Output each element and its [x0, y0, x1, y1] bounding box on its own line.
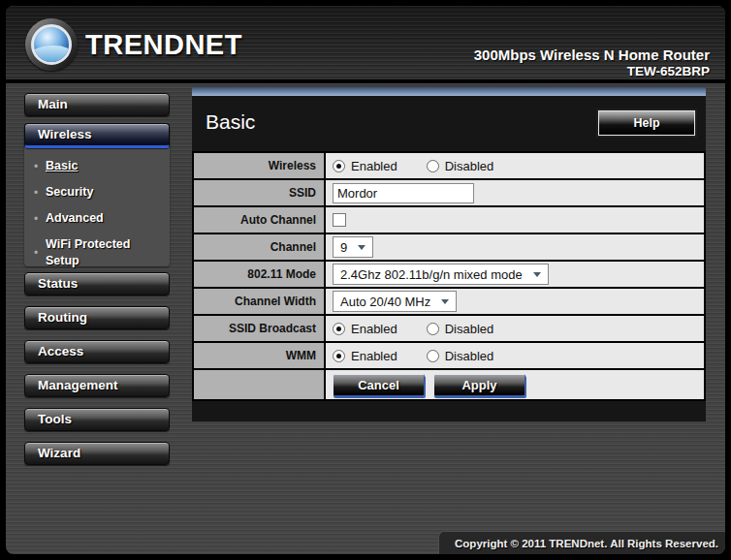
form-row-buttons: Cancel Apply	[194, 370, 704, 399]
apply-button[interactable]: Apply	[433, 374, 525, 396]
bullet-icon: •	[34, 160, 46, 173]
mode-select-value: 2.4Ghz 802.11b/g/n mixed mode	[340, 267, 523, 282]
form-row-ssid: SSID	[194, 180, 704, 205]
sidebar-item-access[interactable]: Access	[24, 340, 170, 363]
submenu-item-wifi-protected-setup[interactable]: • WiFi Protected Setup	[24, 232, 170, 274]
cancel-button[interactable]: Cancel	[333, 374, 425, 396]
sidebar-item-main[interactable]: Main	[24, 93, 170, 116]
field-label: Wireless	[194, 153, 324, 178]
help-button[interactable]: Help	[598, 110, 695, 136]
ssid-input[interactable]	[333, 183, 474, 203]
field-value: Enabled Disabled	[326, 343, 704, 368]
sidebar-item-wizard[interactable]: Wizard	[24, 442, 170, 465]
field-value: Enabled Disabled	[326, 153, 704, 178]
bullet-icon: •	[34, 246, 46, 260]
brand-name: TRENDNET	[85, 29, 242, 61]
header: TRENDNET 300Mbps Wireless N Home Router …	[6, 6, 725, 83]
form-row-ssid-broadcast: SSID Broadcast Enabled Disabled	[194, 316, 704, 341]
field-label: SSID Broadcast	[194, 316, 324, 341]
sidebar-item-tools[interactable]: Tools	[24, 408, 170, 431]
content-panel: Basic Help Wireless Enabled Disabled SSI…	[192, 87, 706, 421]
auto-channel-checkbox[interactable]	[333, 213, 346, 227]
ssid-broadcast-enabled-radio[interactable]	[333, 323, 345, 335]
field-label: 802.11 Mode	[194, 262, 324, 287]
field-value	[326, 207, 704, 233]
field-label: Channel	[194, 234, 324, 260]
field-value	[326, 180, 704, 205]
wmm-disabled-radio[interactable]	[427, 350, 439, 362]
form-row-80211-mode: 802.11 Mode 2.4Ghz 802.11b/g/n mixed mod…	[194, 262, 704, 287]
page-title: Basic	[206, 110, 255, 134]
chevron-down-icon	[441, 299, 449, 304]
radio-option-label: Disabled	[445, 349, 494, 363]
sidebar-item-status[interactable]: Status	[24, 272, 170, 296]
accent-strip	[192, 87, 706, 96]
buttons-row-spacer	[194, 370, 324, 399]
form-row-wmm: WMM Enabled Disabled	[194, 343, 704, 368]
channel-width-select-value: Auto 20/40 MHz	[340, 295, 430, 309]
ssid-broadcast-disabled-radio[interactable]	[427, 323, 439, 335]
field-value: Enabled Disabled	[326, 316, 704, 341]
bullet-icon: •	[34, 186, 46, 200]
field-label: Channel Width	[194, 289, 324, 314]
wireless-enabled-radio[interactable]	[333, 160, 345, 172]
chevron-down-icon	[533, 272, 541, 277]
form-row-wireless: Wireless Enabled Disabled	[194, 153, 704, 178]
wireless-basic-form: Wireless Enabled Disabled SSID Auto	[192, 151, 706, 401]
field-label: SSID	[194, 180, 324, 205]
field-value: 9	[326, 234, 704, 260]
submenu-item-basic[interactable]: • Basic	[24, 153, 170, 179]
globe-sphere-icon	[31, 24, 72, 65]
radio-option-label: Disabled	[445, 322, 494, 336]
wireless-submenu: • Basic • Security • Advanced • WiFi Pro…	[24, 153, 170, 274]
product-name: 300Mbps Wireless N Home Router	[474, 47, 710, 63]
channel-select[interactable]: 9	[333, 236, 373, 258]
radio-option-label: Enabled	[351, 349, 397, 363]
trendnet-globe-icon	[25, 18, 78, 71]
field-value: 2.4Ghz 802.11b/g/n mixed mode	[326, 262, 704, 287]
router-admin-page: TRENDNET 300Mbps Wireless N Home Router …	[0, 0, 731, 560]
form-row-channel-width: Channel Width Auto 20/40 MHz	[194, 289, 704, 314]
channel-select-value: 9	[340, 240, 347, 255]
radio-option-label: Enabled	[351, 322, 397, 336]
radio-option-label: Enabled	[351, 159, 397, 173]
bullet-icon: •	[34, 212, 46, 226]
model-number: TEW-652BRP	[474, 64, 710, 78]
wireless-disabled-radio[interactable]	[427, 160, 439, 172]
trendnet-logo: TRENDNET	[25, 18, 242, 71]
submenu-item-advanced[interactable]: • Advanced	[24, 205, 170, 232]
field-value: Auto 20/40 MHz	[326, 289, 704, 314]
sidebar-item-management[interactable]: Management	[24, 374, 170, 397]
radio-option-label: Disabled	[445, 159, 494, 173]
copyright-text: Copyright © 2011 TRENDnet. All Rights Re…	[455, 538, 718, 549]
field-label: Auto Channel	[194, 207, 324, 233]
chevron-down-icon	[358, 245, 366, 250]
product-info: 300Mbps Wireless N Home Router TEW-652BR…	[474, 47, 710, 78]
titlebar: Basic Help	[192, 96, 706, 151]
sidebar-item-wireless[interactable]: Wireless	[24, 123, 170, 148]
footer-bar: Copyright © 2011 TRENDnet. All Rights Re…	[438, 531, 725, 554]
channel-width-select[interactable]: Auto 20/40 MHz	[333, 291, 457, 312]
window-body: TRENDNET 300Mbps Wireless N Home Router …	[6, 6, 725, 554]
form-row-auto-channel: Auto Channel	[194, 207, 704, 233]
form-row-channel: Channel 9	[194, 234, 704, 260]
submenu-item-security[interactable]: • Security	[24, 179, 170, 205]
field-label: WMM	[194, 343, 324, 368]
mode-select[interactable]: 2.4Ghz 802.11b/g/n mixed mode	[333, 264, 549, 285]
wmm-enabled-radio[interactable]	[333, 350, 345, 362]
sidebar-item-routing[interactable]: Routing	[24, 306, 170, 329]
buttons-cell: Cancel Apply	[326, 370, 704, 399]
